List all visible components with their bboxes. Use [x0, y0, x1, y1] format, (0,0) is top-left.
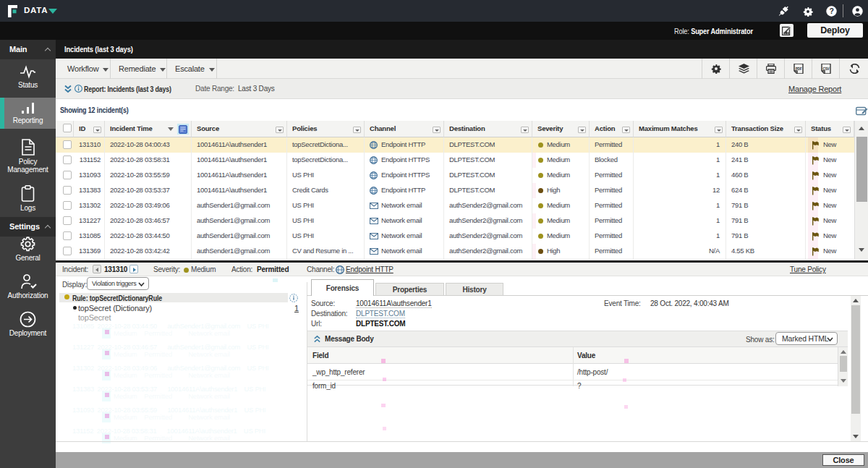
svg-text:CSV: CSV: [823, 67, 830, 71]
svg-text:PDF: PDF: [796, 67, 802, 71]
svg-text:?: ?: [829, 7, 833, 15]
